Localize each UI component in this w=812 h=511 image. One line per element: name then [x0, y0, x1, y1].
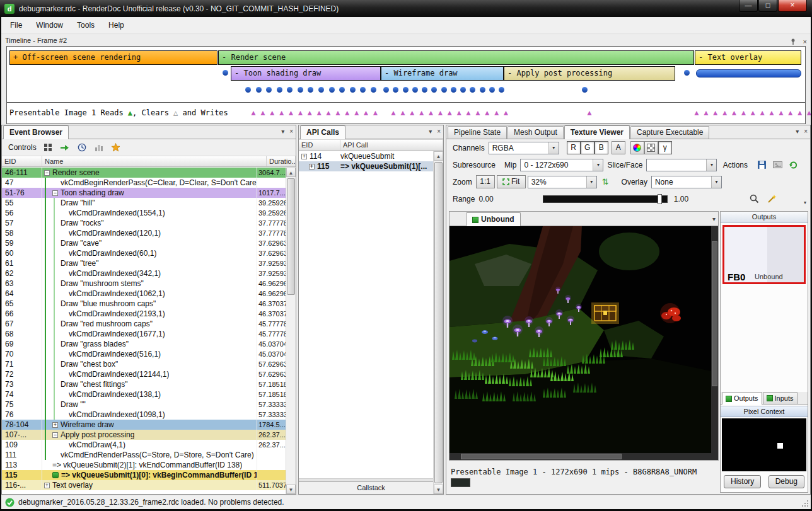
- post-processing-event-dot[interactable]: [582, 87, 588, 93]
- timeline-bar-offscreen-scene-rendering[interactable]: + Off-screen scene rendering: [9, 50, 218, 65]
- event-dot[interactable]: [470, 87, 475, 93]
- save-texture-button[interactable]: [756, 159, 767, 171]
- zoom-value-dropdown[interactable]: 32% ▾: [528, 176, 597, 188]
- bookmark-button[interactable]: [110, 142, 122, 153]
- pin-icon[interactable]: [789, 38, 797, 45]
- overlay-dropdown[interactable]: None ▾: [651, 176, 722, 188]
- debug-button[interactable]: Debug: [768, 475, 804, 488]
- panel-close-icon[interactable]: ×: [289, 129, 293, 135]
- timeline-bar-text-overlay[interactable]: - Text overlay: [695, 50, 801, 65]
- event-row-46-111[interactable]: 46-111−Render scene3064.7...: [2, 168, 286, 178]
- scrollbar-thumb[interactable]: [434, 162, 443, 483]
- scroll-down-icon[interactable]: ▼: [286, 485, 296, 494]
- event-dot[interactable]: [431, 87, 437, 93]
- texture-vertical-scrollbar[interactable]: [711, 226, 718, 453]
- render-scene-marker-dot[interactable]: [223, 70, 228, 76]
- browse-events-button[interactable]: [42, 142, 54, 153]
- maximize-button[interactable]: □: [758, 0, 777, 12]
- tab-mesh-output[interactable]: Mesh Output: [508, 126, 564, 139]
- menu-window[interactable]: Window: [29, 18, 70, 32]
- column-api-call[interactable]: API Call: [340, 140, 443, 150]
- expander-icon[interactable]: −: [52, 190, 58, 196]
- scrollbar-thumb[interactable]: [461, 454, 622, 459]
- timeline-bar-toon-shading-draw[interactable]: - Toon shading draw: [231, 66, 381, 81]
- event-dot[interactable]: [360, 87, 366, 93]
- range-slider-handle[interactable]: [658, 194, 662, 204]
- event-dot[interactable]: [329, 87, 335, 93]
- event-dot[interactable]: [393, 87, 398, 93]
- write-markers-group[interactable]: ▲▲▲▲▲▲▲▲▲▲▲▲▲▲: [250, 103, 381, 124]
- background-checker-button[interactable]: [644, 141, 658, 154]
- column-name[interactable]: Name: [42, 156, 267, 166]
- wireframe-event-dots[interactable]: [383, 87, 504, 93]
- zoom-1to1-button[interactable]: 1:1: [476, 175, 495, 188]
- mip-dropdown[interactable]: 0 - 1272x690 ▾: [520, 159, 603, 171]
- event-dot[interactable]: [480, 87, 485, 93]
- event-dot[interactable]: [223, 70, 228, 76]
- event-row-116-...[interactable]: 116-...+Text overlay511.7037: [2, 480, 286, 490]
- api-calls-header[interactable]: EID API Call: [299, 139, 443, 151]
- timeline-body[interactable]: + Off-screen scene rendering - Render sc…: [6, 46, 806, 124]
- event-row-113[interactable]: 113=> vkQueueSubmit(2)[1]: vkEndCommandB…: [2, 460, 286, 470]
- expander-icon[interactable]: −: [52, 432, 58, 438]
- api-row-114[interactable]: +114vkQueueSubmit: [299, 151, 433, 161]
- expander-icon[interactable]: +: [301, 154, 307, 159]
- event-dot[interactable]: [684, 70, 690, 76]
- tab-outputs[interactable]: Outputs: [722, 392, 762, 405]
- write-markers-group[interactable]: ▲: [586, 103, 595, 124]
- api-row-115[interactable]: +115=> vkQueueSubmit(1)[...: [299, 161, 433, 171]
- column-eid[interactable]: EID: [2, 156, 42, 166]
- range-slider[interactable]: [543, 195, 668, 203]
- timeline-bar-wireframe-draw[interactable]: - Wireframe draw: [381, 66, 504, 81]
- event-dot[interactable]: [287, 87, 293, 93]
- event-dot[interactable]: [277, 87, 282, 93]
- tab-api-calls[interactable]: API Calls: [300, 125, 345, 139]
- texture-horizontal-scrollbar[interactable]: [450, 453, 711, 460]
- write-markers-group[interactable]: ▲▲▲▲▲▲▲▲▲▲▲▲▲▲: [693, 103, 812, 124]
- goto-resource-button[interactable]: [787, 159, 799, 171]
- flip-vertical-icon[interactable]: ⇅: [602, 178, 609, 186]
- green-channel-button[interactable]: G: [581, 141, 594, 154]
- event-dot[interactable]: [339, 87, 345, 93]
- event-dot[interactable]: [298, 87, 303, 93]
- red-channel-button[interactable]: R: [567, 141, 581, 154]
- callstack-section[interactable]: Callstack: [299, 481, 443, 494]
- pixel-context-view[interactable]: [722, 418, 806, 471]
- event-dot[interactable]: [350, 87, 356, 93]
- event-dot[interactable]: [460, 87, 466, 93]
- blue-channel-button[interactable]: B: [594, 141, 608, 154]
- event-dot[interactable]: [451, 87, 456, 93]
- timeline-bar-apply-post-processing[interactable]: - Apply post processing: [504, 66, 675, 81]
- api-calls-scrollbar[interactable]: ▲ ▼: [433, 151, 443, 494]
- zoom-fit-button[interactable]: Fit: [497, 175, 526, 188]
- expander-icon[interactable]: +: [52, 422, 58, 428]
- event-dot[interactable]: [318, 87, 324, 93]
- menu-tools[interactable]: Tools: [70, 18, 102, 32]
- api-calls-rows[interactable]: +114vkQueueSubmit+115=> vkQueueSubmit(1)…: [299, 151, 433, 481]
- event-dot[interactable]: [422, 87, 427, 93]
- event-browser-scrollbar[interactable]: ▲ ▼: [286, 168, 296, 494]
- minimize-button[interactable]: —: [739, 0, 758, 12]
- open-texture-list-button[interactable]: [772, 159, 783, 171]
- event-dot[interactable]: [245, 87, 251, 93]
- scrollbar-thumb[interactable]: [712, 241, 717, 386]
- slice-face-dropdown[interactable]: ▾: [646, 159, 717, 171]
- texture-list-chevron-icon[interactable]: ▾: [712, 216, 716, 222]
- event-browser-header[interactable]: EID Name Duratio...: [2, 156, 296, 167]
- event-dot[interactable]: [308, 87, 313, 93]
- close-button[interactable]: ×: [778, 0, 807, 12]
- panel-menu-icon[interactable]: ▾: [429, 129, 432, 135]
- event-dot[interactable]: [256, 87, 262, 93]
- panel-menu-icon[interactable]: ▾: [796, 129, 799, 135]
- custom-display-button[interactable]: [630, 141, 644, 154]
- tab-texture-viewer[interactable]: Texture Viewer: [564, 125, 630, 139]
- tab-event-browser[interactable]: Event Browser: [3, 125, 69, 139]
- panel-close-icon[interactable]: ×: [804, 129, 808, 135]
- durations-button[interactable]: [93, 142, 105, 153]
- text-overlay-events-pill[interactable]: [696, 69, 801, 78]
- expander-icon[interactable]: −: [44, 170, 50, 176]
- autofit-range-button[interactable]: [766, 193, 777, 205]
- text-overlay-marker-dot[interactable]: [684, 70, 690, 76]
- tab-unbound-texture[interactable]: Unbound: [466, 212, 521, 226]
- event-dot[interactable]: [266, 87, 272, 93]
